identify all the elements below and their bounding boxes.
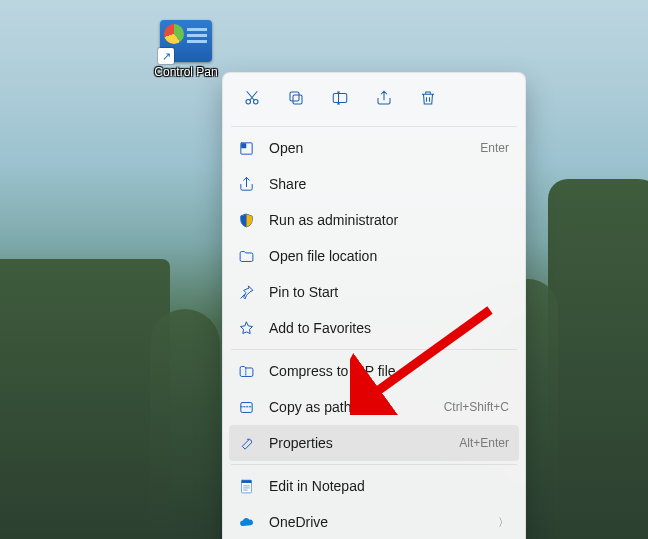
notepad-icon [237, 477, 255, 495]
menu-label: Run as administrator [269, 212, 509, 228]
zip-icon [237, 362, 255, 380]
rename-icon [331, 89, 349, 110]
star-icon [237, 319, 255, 337]
menu-item-copy-path[interactable]: Copy as path Ctrl+Shift+C [229, 389, 519, 425]
menu-separator [231, 126, 517, 127]
svg-rect-9 [241, 480, 251, 483]
menu-item-properties[interactable]: Properties Alt+Enter [229, 425, 519, 461]
menu-label: Copy as path [269, 399, 430, 415]
share-action-icon [375, 89, 393, 110]
menu-separator [231, 349, 517, 350]
menu-separator [231, 464, 517, 465]
wrench-icon [237, 434, 255, 452]
rename-button[interactable] [321, 81, 359, 117]
menu-shortcut: Ctrl+Shift+C [444, 400, 509, 414]
menu-item-edit-notepad[interactable]: Edit in Notepad [229, 468, 519, 504]
pin-icon [237, 283, 255, 301]
svg-rect-7 [240, 402, 251, 412]
svg-rect-4 [333, 93, 347, 102]
control-panel-icon: ↗ [160, 20, 212, 62]
menu-item-run-admin[interactable]: Run as administrator [229, 202, 519, 238]
menu-label: Pin to Start [269, 284, 509, 300]
menu-shortcut: Enter [480, 141, 509, 155]
cut-button[interactable] [233, 81, 271, 117]
delete-button[interactable] [409, 81, 447, 117]
menu-label: Share [269, 176, 509, 192]
menu-item-compress-zip[interactable]: Compress to ZIP file [229, 353, 519, 389]
folder-icon [237, 247, 255, 265]
menu-label: Add to Favorites [269, 320, 509, 336]
menu-item-onedrive[interactable]: OneDrive 〉 [229, 504, 519, 539]
copy-path-icon [237, 398, 255, 416]
svg-rect-2 [293, 95, 302, 104]
menu-label: Edit in Notepad [269, 478, 509, 494]
desktop-icon-control-panel[interactable]: ↗ Control Pan [148, 20, 224, 79]
menu-item-open-location[interactable]: Open file location [229, 238, 519, 274]
svg-rect-3 [290, 92, 299, 101]
menu-label: Properties [269, 435, 445, 451]
share-icon [237, 175, 255, 193]
chevron-right-icon: 〉 [498, 515, 509, 530]
copy-icon [287, 89, 305, 110]
menu-label: Open [269, 140, 466, 156]
shortcut-arrow-icon: ↗ [158, 48, 174, 64]
desktop-background[interactable]: ↗ Control Pan [0, 0, 648, 539]
quick-actions-row [229, 79, 519, 123]
menu-item-add-favorites[interactable]: Add to Favorites [229, 310, 519, 346]
copy-button[interactable] [277, 81, 315, 117]
desktop-icon-label: Control Pan [148, 66, 224, 79]
svg-rect-6 [241, 143, 246, 148]
menu-shortcut: Alt+Enter [459, 436, 509, 450]
menu-item-pin-start[interactable]: Pin to Start [229, 274, 519, 310]
menu-label: Open file location [269, 248, 509, 264]
menu-label: Compress to ZIP file [269, 363, 509, 379]
open-icon [237, 139, 255, 157]
cut-icon [243, 89, 261, 110]
menu-item-open[interactable]: Open Enter [229, 130, 519, 166]
menu-label: OneDrive [269, 514, 484, 530]
onedrive-icon [237, 513, 255, 531]
context-menu: Open Enter Share Run as administrator Op… [222, 72, 526, 539]
share-button[interactable] [365, 81, 403, 117]
shield-icon [237, 211, 255, 229]
menu-item-share[interactable]: Share [229, 166, 519, 202]
delete-icon [419, 89, 437, 110]
